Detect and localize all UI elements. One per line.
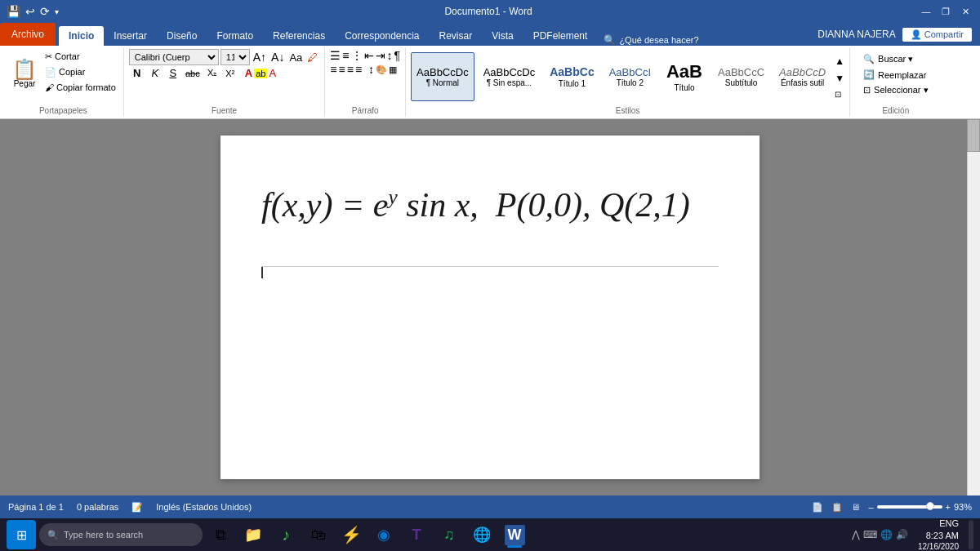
share-button[interactable]: 👤 Compartir xyxy=(902,28,972,42)
taskbar-task-view[interactable]: ⧉ xyxy=(206,520,235,549)
bullets-button[interactable]: ☰ xyxy=(330,49,341,62)
styles-more-button[interactable]: ⊡ xyxy=(835,90,844,99)
highlight-color-button[interactable]: ab xyxy=(254,69,267,78)
clear-format-button[interactable]: 🖊 xyxy=(305,51,319,64)
style-subtitulo-sample: AaBbCcC xyxy=(718,66,764,79)
italic-button[interactable]: K xyxy=(147,67,163,79)
scrollbar-thumb[interactable] xyxy=(967,119,980,152)
quick-access-bar[interactable]: 💾 ↩ ⟳ ▾ xyxy=(7,5,59,18)
tab-referencias[interactable]: Referencias xyxy=(263,26,335,46)
font-color2-button[interactable]: A xyxy=(269,67,276,79)
borders-button[interactable]: ▦ xyxy=(389,64,397,75)
tab-revisar[interactable]: Revisar xyxy=(430,26,483,46)
font-color-button[interactable]: A xyxy=(245,67,252,79)
search-ribbon-text[interactable]: ¿Qué desea hacer? xyxy=(619,35,698,45)
taskbar-app5[interactable]: ⚡ xyxy=(336,520,366,549)
align-right-button[interactable]: ≡ xyxy=(347,63,354,76)
strikethrough-button[interactable]: abc xyxy=(183,69,203,78)
taskbar-store[interactable]: 🛍 xyxy=(304,520,333,549)
view-web-icon[interactable]: 📋 xyxy=(831,502,843,513)
style-no-spacing[interactable]: AaBbCcDc ¶ Sin espa... xyxy=(478,52,541,101)
show-marks-button[interactable]: ¶ xyxy=(394,49,401,62)
minimize-button[interactable]: — xyxy=(918,5,934,18)
format-painter-button[interactable]: 🖌 Copiar formato xyxy=(42,80,118,95)
taskbar-app3[interactable]: ♪ xyxy=(271,520,301,549)
view-print-icon[interactable]: 📄 xyxy=(812,502,823,513)
show-desktop-button[interactable] xyxy=(969,520,973,549)
paste-button[interactable]: 📋 Pegar xyxy=(8,49,41,98)
decrease-indent-button[interactable]: ⇤ xyxy=(364,49,374,62)
reemplazar-button[interactable]: 🔄 Reemplazar xyxy=(860,68,932,82)
zoom-in-button[interactable]: + xyxy=(946,502,951,512)
tab-insertar[interactable]: Insertar xyxy=(104,26,157,46)
redo-icon[interactable]: ⟳ xyxy=(40,5,50,18)
close-button[interactable]: ✕ xyxy=(957,5,973,18)
tray-arrow-icon[interactable]: ⋀ xyxy=(852,529,860,540)
reemplazar-label: Reemplazar xyxy=(878,70,926,80)
style-titulo[interactable]: AaB Título xyxy=(660,52,709,101)
font-case-button[interactable]: Aa xyxy=(287,51,304,64)
window-controls[interactable]: — ❐ ✕ xyxy=(918,5,973,18)
document-page[interactable]: f(x,y) = ey sin x, P(0,0), Q(2,1) xyxy=(220,136,760,479)
multilevel-list-button[interactable]: ⋮ xyxy=(351,49,363,62)
cut-button[interactable]: ✂ Cortar xyxy=(42,49,118,64)
document-area: f(x,y) = ey sin x, P(0,0), Q(2,1) xyxy=(0,119,980,495)
numbered-list-button[interactable]: ≡ xyxy=(342,49,349,62)
increase-font-button[interactable]: A↑ xyxy=(252,51,268,64)
style-normal[interactable]: AaBbCcDc ¶ Normal xyxy=(411,52,474,101)
subscript-button[interactable]: X₂ xyxy=(204,68,220,78)
style-enfasis[interactable]: AaBbCcD Énfasis sutil xyxy=(773,52,831,101)
taskbar-spotify[interactable]: ♫ xyxy=(434,520,464,549)
styles-up-button[interactable]: ▲ xyxy=(835,56,844,67)
tab-vista[interactable]: Vista xyxy=(482,26,523,46)
seleccionar-button[interactable]: ⊡ Seleccionar ▾ xyxy=(860,83,932,97)
style-title1[interactable]: AaBbCc Título 1 xyxy=(544,52,599,101)
taskbar-explorer[interactable]: 📁 xyxy=(238,520,268,549)
tab-correspondencia[interactable]: Correspondencia xyxy=(335,26,429,46)
increase-indent-button[interactable]: ⇥ xyxy=(376,49,385,62)
tab-inicio[interactable]: Inicio xyxy=(59,26,104,46)
taskbar-word[interactable]: W xyxy=(500,520,529,549)
zoom-out-button[interactable]: – xyxy=(868,502,873,512)
taskbar-chrome[interactable]: 🌐 xyxy=(467,520,497,549)
clock-area[interactable]: ENG 8:23 AM 12/16/2020 xyxy=(911,518,965,551)
taskbar-search[interactable]: 🔍 Type here to search xyxy=(39,523,203,546)
style-no-spacing-sample: AaBbCcDc xyxy=(483,66,536,79)
buscar-button[interactable]: 🔍 Buscar ▾ xyxy=(860,52,932,66)
font-name-select[interactable]: Calibri (Cuerp xyxy=(129,49,219,65)
style-subtitulo[interactable]: AaBbCcC Subtítulo xyxy=(712,52,770,101)
tray-volume-icon[interactable]: 🔊 xyxy=(896,529,908,540)
tray-network-icon[interactable]: 🌐 xyxy=(880,529,893,540)
style-title2[interactable]: AaBbCcI Título 2 xyxy=(604,52,657,101)
shading-button[interactable]: 🎨 xyxy=(376,64,387,75)
view-reading-icon[interactable]: 🖥 xyxy=(851,502,860,512)
tab-archivo[interactable]: Archivo xyxy=(0,23,56,46)
search-ribbon-area[interactable]: 🔍 ¿Qué desea hacer? xyxy=(597,34,705,46)
undo-icon[interactable]: ↩ xyxy=(25,5,35,18)
decrease-font-button[interactable]: A↓ xyxy=(270,51,286,64)
justify-button[interactable]: ≡ xyxy=(355,63,362,76)
align-center-button[interactable]: ≡ xyxy=(339,63,345,76)
maximize-button[interactable]: ❐ xyxy=(938,5,954,18)
bold-button[interactable]: N xyxy=(129,67,145,79)
taskbar-teams[interactable]: T xyxy=(402,520,431,549)
underline-button[interactable]: S xyxy=(165,67,181,79)
scrollbar-vertical[interactable] xyxy=(967,119,980,495)
edicion-buttons: 🔍 Buscar ▾ 🔄 Reemplazar ⊡ Seleccionar ▾ xyxy=(855,49,937,100)
copy-button[interactable]: 📄 Copiar xyxy=(42,64,118,79)
taskbar-edge[interactable]: ◉ xyxy=(369,520,399,549)
save-icon[interactable]: 💾 xyxy=(7,5,20,18)
word-count: 0 palabras xyxy=(77,502,118,512)
tray-keyboard-icon[interactable]: ⌨ xyxy=(863,529,877,540)
styles-down-button[interactable]: ▼ xyxy=(835,73,844,84)
sort-button[interactable]: ↕ xyxy=(387,49,393,62)
superscript-button[interactable]: X² xyxy=(222,69,238,78)
align-left-button[interactable]: ≡ xyxy=(330,63,336,76)
tab-diseno[interactable]: Diseño xyxy=(157,26,207,46)
zoom-slider[interactable] xyxy=(877,505,942,509)
font-size-select[interactable]: 11 xyxy=(220,49,250,65)
start-button[interactable]: ⊞ xyxy=(7,520,36,549)
tab-pdfelement[interactable]: PDFelement xyxy=(523,26,598,46)
tab-formato[interactable]: Formato xyxy=(207,26,263,46)
line-spacing-button[interactable]: ↕ xyxy=(368,63,374,76)
